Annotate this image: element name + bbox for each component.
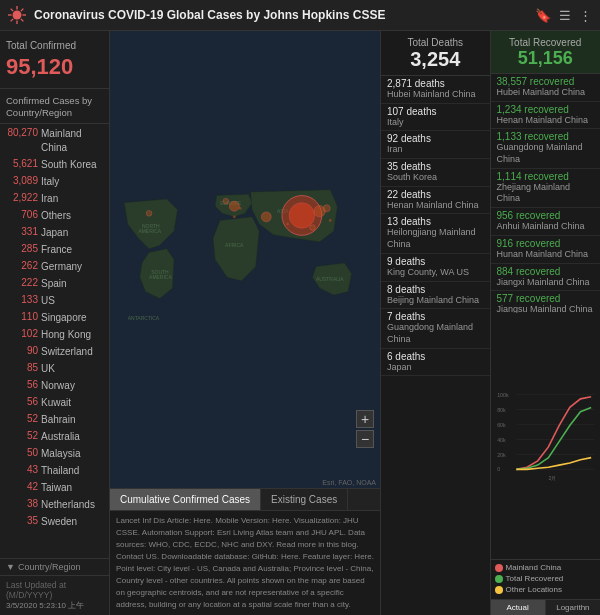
deaths-list-item[interactable]: 35 deathsSouth Korea — [381, 159, 490, 187]
death-location: Guangdong Mainland China — [387, 322, 484, 345]
map-tab-1[interactable]: Existing Cases — [261, 489, 348, 510]
sidebar-country-item[interactable]: 102Hong Kong — [0, 327, 109, 344]
svg-text:0: 0 — [497, 466, 500, 472]
recovered-count: 916 recovered — [497, 238, 595, 249]
country-count: 80,270 — [6, 127, 38, 155]
country-count: 3,089 — [6, 175, 38, 189]
country-name: Germany — [41, 260, 82, 274]
country-count: 2,922 — [6, 192, 38, 206]
sidebar-country-item[interactable]: 43Thailand — [0, 463, 109, 480]
sidebar-country-item[interactable]: 331Japan — [0, 225, 109, 242]
svg-point-30 — [329, 219, 332, 222]
deaths-list-item[interactable]: 8 deathsBeijing Mainland China — [381, 282, 490, 310]
country-name: Norway — [41, 379, 75, 393]
country-count: 110 — [6, 311, 38, 325]
country-count: 5,621 — [6, 158, 38, 172]
sidebar-country-item[interactable]: 42Taiwan — [0, 480, 109, 497]
deaths-list-item[interactable]: 13 deathsHeilongjiang Mainland China — [381, 214, 490, 253]
sidebar-country-item[interactable]: 5,621South Korea — [0, 157, 109, 174]
sidebar-country-item[interactable]: 56Kuwait — [0, 395, 109, 412]
map-tab-0[interactable]: Cumulative Confirmed Cases — [110, 489, 261, 510]
sidebar-country-item[interactable]: 90Switzerland — [0, 344, 109, 361]
chart-tab-0[interactable]: Actual — [491, 600, 546, 615]
recovered-list-item: 577 recoveredJiangsu Mainland China — [491, 291, 601, 312]
country-count: 52 — [6, 413, 38, 427]
filter-icon: ▼ — [6, 562, 15, 572]
country-count: 285 — [6, 243, 38, 257]
death-count: 22 deaths — [387, 189, 484, 200]
sidebar-country-item[interactable]: 262Germany — [0, 259, 109, 276]
country-name: Japan — [41, 226, 68, 240]
sidebar-country-item[interactable]: 52Bahrain — [0, 412, 109, 429]
confirmed-label: Total Confirmed — [6, 39, 103, 52]
country-name: Spain — [41, 277, 67, 291]
death-count: 13 deaths — [387, 216, 484, 227]
recovered-location: Hunan Mainland China — [497, 249, 595, 261]
country-count: 222 — [6, 277, 38, 291]
country-name: Taiwan — [41, 481, 72, 495]
deaths-list-item[interactable]: 2,871 deathsHubei Mainland China — [381, 76, 490, 104]
sidebar-country-item[interactable]: 3,089Italy — [0, 174, 109, 191]
last-updated-label: Last Updated at (M/D/YYYY) — [6, 580, 103, 600]
sidebar-country-item[interactable]: 133US — [0, 293, 109, 310]
chart-tab-1[interactable]: Logarithn — [546, 600, 600, 615]
sidebar-country-item[interactable]: 38Netherlands — [0, 497, 109, 514]
sidebar-country-item[interactable]: 85UK — [0, 361, 109, 378]
deaths-list: 2,871 deathsHubei Mainland China107 deat… — [381, 76, 490, 615]
menu-icon[interactable]: ⋮ — [579, 8, 592, 23]
recovered-count: 1,234 recovered — [497, 104, 595, 115]
deaths-list-item[interactable]: 107 deathsItaly — [381, 104, 490, 132]
zoom-in-button[interactable]: + — [356, 410, 374, 428]
sidebar-country-item[interactable]: 56Norway — [0, 378, 109, 395]
country-name: Italy — [41, 175, 59, 189]
death-count: 8 deaths — [387, 284, 484, 295]
deaths-label: Total Deaths — [387, 37, 484, 48]
country-count: 706 — [6, 209, 38, 223]
country-name: Bahrain — [41, 413, 75, 427]
recovered-list-item: 956 recoveredAnhui Mainland China — [491, 208, 601, 236]
map-container[interactable]: NORTH AMERICA SOUTH AMERICA AFRICA ASIA … — [110, 31, 380, 488]
legend-label: Other Locations — [506, 585, 562, 594]
recovered-list-item: 884 recoveredJiangxi Mainland China — [491, 264, 601, 292]
recovered-location: Zhejiang Mainland China — [497, 182, 595, 205]
svg-text:AFRICA: AFRICA — [225, 243, 244, 248]
svg-text:AMERICA: AMERICA — [138, 229, 161, 234]
death-location: Japan — [387, 362, 484, 374]
country-name: Netherlands — [41, 498, 95, 512]
sidebar-country-item[interactable]: 285France — [0, 242, 109, 259]
recovered-location: Anhui Mainland China — [497, 221, 595, 233]
recovered-location: Guangdong Mainland China — [497, 142, 595, 165]
zoom-out-button[interactable]: − — [356, 430, 374, 448]
sidebar-country-item[interactable]: 222Spain — [0, 276, 109, 293]
sidebar-country-item[interactable]: 35Sweden — [0, 514, 109, 531]
deaths-header: Total Deaths 3,254 — [381, 31, 490, 76]
svg-point-22 — [229, 201, 239, 211]
sidebar-country-item[interactable]: 706Others — [0, 208, 109, 225]
recovered-list-item: 1,234 recoveredHenan Mainland China — [491, 102, 601, 130]
svg-text:80k: 80k — [497, 406, 506, 412]
recovered-label: Total Recovered — [497, 37, 595, 48]
sidebar-country-item[interactable]: 80,270Mainland China — [0, 126, 109, 157]
country-filter[interactable]: ▼ Country/Region — [0, 558, 109, 575]
svg-text:AUSTRALIA: AUSTRALIA — [316, 277, 344, 282]
deaths-list-item[interactable]: 6 deathsJapan — [381, 349, 490, 377]
map-tabs: Cumulative Confirmed CasesExisting Cases — [110, 488, 380, 510]
deaths-list-item[interactable]: 92 deathsIran — [381, 131, 490, 159]
bookmark-icon[interactable]: 🔖 — [535, 8, 551, 23]
svg-point-25 — [310, 225, 316, 231]
right-panel: Total Deaths 3,254 2,871 deathsHubei Mai… — [380, 31, 600, 615]
update-date: 3/5/2020 5:23:10 上午 — [6, 600, 103, 611]
svg-text:AMERICA: AMERICA — [149, 275, 172, 280]
deaths-list-item[interactable]: 7 deathsGuangdong Mainland China — [381, 309, 490, 348]
country-count: 262 — [6, 260, 38, 274]
legend-dot — [495, 586, 503, 594]
sidebar-country-item[interactable]: 50Malaysia — [0, 446, 109, 463]
deaths-list-item[interactable]: 9 deathsKing County, WA US — [381, 254, 490, 282]
sidebar-country-item[interactable]: 110Singapore — [0, 310, 109, 327]
svg-line-6 — [21, 19, 24, 22]
deaths-list-item[interactable]: 22 deathsHenan Mainland China — [381, 187, 490, 215]
svg-line-8 — [11, 19, 14, 22]
list-icon[interactable]: ☰ — [559, 8, 571, 23]
sidebar-country-item[interactable]: 52Australia — [0, 429, 109, 446]
sidebar-country-item[interactable]: 2,922Iran — [0, 191, 109, 208]
